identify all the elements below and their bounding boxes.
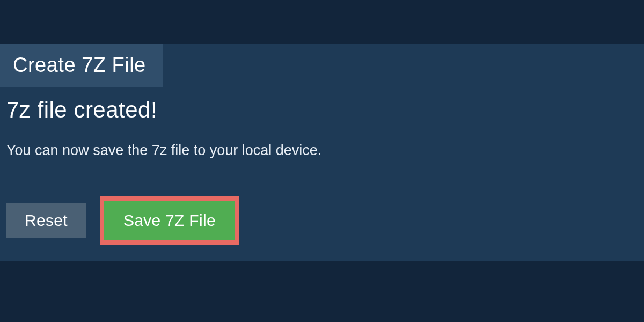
main-panel: Create 7Z File 7z file created! You can …	[0, 44, 644, 261]
save-7z-button[interactable]: Save 7Z File	[104, 201, 235, 240]
save-button-highlight: Save 7Z File	[100, 196, 239, 245]
tab-create-7z[interactable]: Create 7Z File	[0, 44, 163, 87]
content-area: 7z file created! You can now save the 7z…	[0, 87, 644, 245]
app-container: Create 7Z File 7z file created! You can …	[0, 0, 644, 322]
status-description: You can now save the 7z file to your loc…	[6, 142, 638, 159]
button-row: Reset Save 7Z File	[6, 196, 638, 245]
reset-button[interactable]: Reset	[6, 203, 86, 238]
tab-label: Create 7Z File	[13, 54, 146, 76]
status-heading: 7z file created!	[6, 97, 638, 123]
